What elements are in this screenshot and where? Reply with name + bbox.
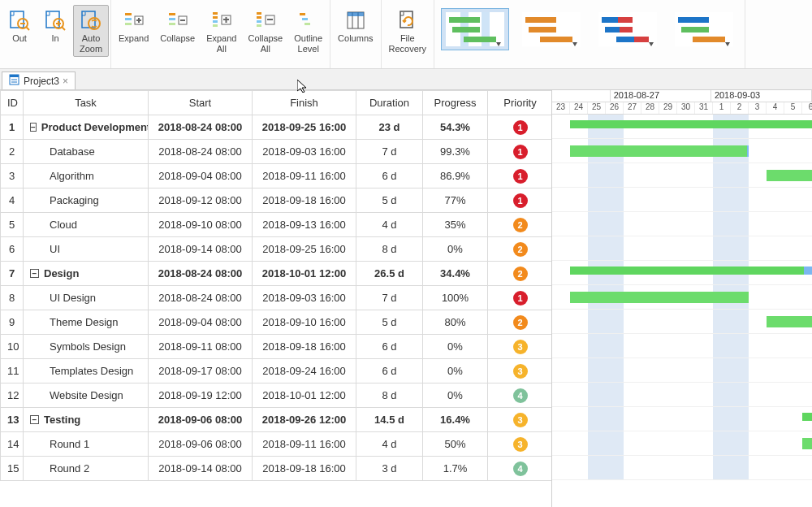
gantt-chart-pane[interactable]: 2018-08-272018-09-03 2324252627282930311… bbox=[552, 90, 812, 507]
table-row[interactable]: 14Round 12018-09-06 08:002018-09-11 16:0… bbox=[1, 432, 553, 457]
duration-cell[interactable]: 5 d bbox=[356, 310, 423, 335]
table-row[interactable]: 11Templates Design2018-09-17 08:002018-0… bbox=[1, 359, 553, 384]
gantt-row[interactable] bbox=[552, 261, 812, 285]
progress-cell[interactable]: 86.9% bbox=[423, 164, 488, 188]
gantt-row[interactable] bbox=[552, 334, 812, 358]
duration-cell[interactable]: 26.5 d bbox=[356, 262, 423, 286]
duration-cell[interactable]: 3 d bbox=[356, 457, 423, 481]
finish-cell[interactable]: 2018-09-24 16:00 bbox=[253, 359, 356, 384]
col-start[interactable]: Start bbox=[149, 91, 253, 115]
row-expander[interactable]: − bbox=[30, 123, 37, 132]
start-cell[interactable]: 2018-09-17 08:00 bbox=[149, 359, 253, 384]
outline-level-button[interactable]: OutlineLevel bbox=[288, 5, 328, 57]
task-name-cell[interactable]: −Design bbox=[24, 262, 149, 286]
gantt-row[interactable] bbox=[552, 383, 812, 407]
progress-cell[interactable]: 0% bbox=[423, 359, 488, 384]
columns-button[interactable]: Columns bbox=[332, 5, 378, 46]
gantt-style-1[interactable] bbox=[441, 8, 509, 50]
task-grid[interactable]: ID Task Start Finish Duration Progress P… bbox=[0, 90, 552, 481]
col-priority[interactable]: Priority bbox=[488, 91, 553, 115]
task-name-cell[interactable]: Website Design bbox=[24, 384, 149, 408]
priority-cell[interactable]: 2 bbox=[488, 213, 553, 237]
start-cell[interactable]: 2018-09-06 08:00 bbox=[149, 432, 253, 457]
progress-cell[interactable]: 16.4% bbox=[423, 408, 488, 432]
start-cell[interactable]: 2018-09-10 08:00 bbox=[149, 213, 253, 237]
col-finish[interactable]: Finish bbox=[253, 91, 356, 115]
summary-bar[interactable] bbox=[570, 120, 812, 128]
start-cell[interactable]: 2018-08-24 08:00 bbox=[149, 140, 253, 164]
priority-cell[interactable]: 1 bbox=[488, 164, 553, 188]
gantt-style-4[interactable] bbox=[670, 8, 738, 50]
priority-cell[interactable]: 2 bbox=[488, 310, 553, 335]
task-bar-progress[interactable] bbox=[767, 170, 812, 181]
task-bar-progress[interactable] bbox=[802, 438, 812, 449]
collapse-all-button[interactable]: CollapseAll bbox=[242, 5, 288, 57]
task-name-cell[interactable]: −Product Development bbox=[24, 115, 149, 140]
start-cell[interactable]: 2018-09-06 08:00 bbox=[149, 408, 253, 432]
duration-cell[interactable]: 6 d bbox=[356, 164, 423, 188]
table-row[interactable]: 12Website Design2018-09-19 12:002018-10-… bbox=[1, 384, 553, 408]
start-cell[interactable]: 2018-08-24 08:00 bbox=[149, 286, 253, 310]
progress-cell[interactable]: 0% bbox=[423, 237, 488, 262]
start-cell[interactable]: 2018-09-04 08:00 bbox=[149, 164, 253, 188]
table-row[interactable]: 3Algorithm2018-09-04 08:002018-09-11 16:… bbox=[1, 164, 553, 188]
progress-cell[interactable]: 77% bbox=[423, 188, 488, 213]
task-name-cell[interactable]: Templates Design bbox=[24, 359, 149, 384]
gantt-body[interactable] bbox=[552, 115, 812, 480]
task-name-cell[interactable]: Packaging bbox=[24, 188, 149, 213]
duration-cell[interactable]: 4 d bbox=[356, 432, 423, 457]
progress-cell[interactable]: 54.3% bbox=[423, 115, 488, 140]
close-icon[interactable]: × bbox=[63, 76, 68, 87]
auto-zoom-button[interactable]: AutoZoom bbox=[73, 5, 109, 57]
task-name-cell[interactable]: −Testing bbox=[24, 408, 149, 432]
gantt-row[interactable] bbox=[552, 163, 812, 188]
summary-bar[interactable] bbox=[570, 266, 812, 275]
task-name-cell[interactable]: Round 1 bbox=[24, 432, 149, 457]
progress-cell[interactable]: 0% bbox=[423, 335, 488, 359]
finish-cell[interactable]: 2018-10-01 12:00 bbox=[253, 262, 356, 286]
finish-cell[interactable]: 2018-09-18 16:00 bbox=[253, 188, 356, 213]
expand-all-button[interactable]: ExpandAll bbox=[201, 5, 242, 57]
start-cell[interactable]: 2018-08-24 08:00 bbox=[149, 262, 253, 286]
col-progress[interactable]: Progress bbox=[423, 91, 488, 115]
finish-cell[interactable]: 2018-09-11 16:00 bbox=[253, 432, 356, 457]
gantt-row[interactable] bbox=[552, 285, 812, 310]
task-bar-progress[interactable] bbox=[570, 145, 747, 157]
row-expander[interactable]: − bbox=[30, 415, 39, 424]
gantt-row[interactable] bbox=[552, 236, 812, 261]
zoom-out-button[interactable]: Out bbox=[2, 5, 37, 46]
table-row[interactable]: 9Theme Design2018-09-04 08:002018-09-10 … bbox=[1, 310, 553, 335]
finish-cell[interactable]: 2018-09-18 16:00 bbox=[253, 457, 356, 481]
gantt-style-2[interactable] bbox=[517, 8, 585, 50]
progress-cell[interactable]: 34.4% bbox=[423, 262, 488, 286]
gantt-row[interactable] bbox=[552, 358, 812, 383]
task-name-cell[interactable]: UI Design bbox=[24, 286, 149, 310]
duration-cell[interactable]: 4 d bbox=[356, 213, 423, 237]
table-row[interactable]: 5Cloud2018-09-10 08:002018-09-13 16:004 … bbox=[1, 213, 553, 237]
row-expander[interactable]: − bbox=[30, 269, 39, 278]
finish-cell[interactable]: 2018-09-13 16:00 bbox=[253, 213, 356, 237]
duration-cell[interactable]: 8 d bbox=[356, 384, 423, 408]
expand-button[interactable]: Expand bbox=[113, 5, 154, 46]
gantt-row[interactable] bbox=[552, 115, 812, 139]
priority-cell[interactable]: 3 bbox=[488, 408, 553, 432]
task-name-cell[interactable]: UI bbox=[24, 237, 149, 262]
gantt-row[interactable] bbox=[552, 456, 812, 480]
gantt-row[interactable] bbox=[552, 431, 812, 456]
task-bar-progress[interactable] bbox=[767, 316, 812, 327]
priority-cell[interactable]: 1 bbox=[488, 286, 553, 310]
priority-cell[interactable]: 4 bbox=[488, 384, 553, 408]
gantt-row[interactable] bbox=[552, 310, 812, 334]
priority-cell[interactable]: 3 bbox=[488, 335, 553, 359]
finish-cell[interactable]: 2018-09-26 12:00 bbox=[253, 408, 356, 432]
priority-cell[interactable]: 1 bbox=[488, 140, 553, 164]
task-name-cell[interactable]: Database bbox=[24, 140, 149, 164]
col-task[interactable]: Task bbox=[24, 91, 149, 115]
start-cell[interactable]: 2018-09-11 08:00 bbox=[149, 335, 253, 359]
progress-cell[interactable]: 100% bbox=[423, 286, 488, 310]
task-name-cell[interactable]: Symbols Design bbox=[24, 335, 149, 359]
task-bar-progress[interactable] bbox=[570, 292, 749, 303]
priority-cell[interactable]: 4 bbox=[488, 457, 553, 481]
table-row[interactable]: 8UI Design2018-08-24 08:002018-09-03 16:… bbox=[1, 286, 553, 310]
progress-cell[interactable]: 35% bbox=[423, 213, 488, 237]
